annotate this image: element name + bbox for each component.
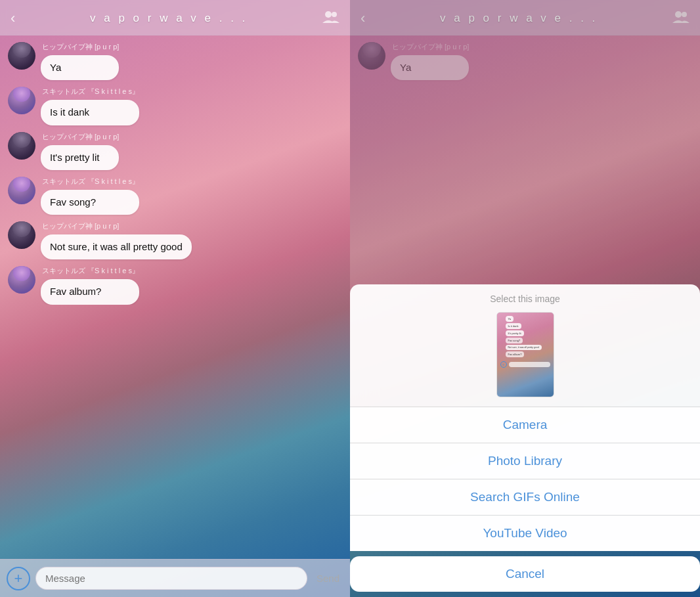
message-block: ヒップバイブ神 [p u r p] Not sure, it was all p… [41, 221, 192, 259]
action-sheet-overlay: Select this image Ya Is it dank It's pre… [350, 0, 700, 597]
camera-button[interactable]: Camera [350, 407, 700, 443]
message-bubble: It's pretty lit [41, 145, 119, 170]
left-message-list: ヒップバイブ神 [p u r p] Ya スキットルズ 『S k i t t l… [8, 42, 342, 305]
table-row: スキットルズ 『S k i t t l e s』 Fav song? [8, 177, 342, 215]
message-bubble: Ya [41, 55, 119, 80]
left-chat-title: v a p o r w a v e . . . [90, 12, 248, 25]
message-block: スキットルズ 『S k i t t l e s』 Fav song? [41, 177, 139, 215]
search-gifs-button[interactable]: Search GIFs Online [350, 479, 700, 515]
send-button[interactable]: Send [313, 570, 343, 586]
mini-bubble: It's pretty lit [506, 330, 524, 336]
message-block: ヒップバイブ神 [p u r p] It's pretty lit [41, 132, 119, 170]
message-bubble: Fav song? [41, 190, 139, 215]
avatar [8, 177, 35, 204]
left-panel: ‹ v a p o r w a v e . . . ヒップバイブ神 [p u r… [0, 0, 350, 597]
message-bubble: Fav album? [41, 279, 139, 304]
table-row: スキットルズ 『S k i t t l e s』 Is it dank [8, 87, 342, 125]
avatar [8, 221, 35, 249]
message-bubble: Is it dank [41, 100, 139, 125]
table-row: ヒップバイブ神 [p u r p] Ya [8, 42, 342, 80]
avatar [8, 132, 35, 160]
left-group-icon[interactable] [322, 10, 339, 26]
cancel-sheet: Cancel [350, 556, 700, 592]
sender-name: スキットルズ 『S k i t t l e s』 [41, 266, 139, 276]
sender-name: ヒップバイブ神 [p u r p] [41, 132, 119, 142]
mini-screenshot: Ya Is it dank It's pretty lit Fav song? … [497, 313, 554, 397]
message-block: スキットルズ 『S k i t t l e s』 Is it dank [41, 87, 139, 125]
message-block: ヒップバイブ神 [p u r p] Ya [41, 42, 119, 80]
sender-name: ヒップバイブ神 [p u r p] [41, 221, 192, 231]
message-block: スキットルズ 『S k i t t l e s』 Fav album? [41, 266, 139, 304]
avatar [8, 87, 35, 114]
table-row: ヒップバイブ神 [p u r p] It's pretty lit [8, 132, 342, 170]
table-row: ヒップバイブ神 [p u r p] Not sure, it was all p… [8, 221, 342, 259]
photo-library-button[interactable]: Photo Library [350, 443, 700, 479]
cancel-button[interactable]: Cancel [350, 556, 700, 592]
avatar [8, 266, 35, 294]
add-media-button[interactable]: + [7, 567, 30, 590]
left-bottom-bar: + Send [0, 559, 350, 597]
table-row: スキットルズ 『S k i t t l e s』 Fav album? [8, 266, 342, 304]
right-panel: ‹ v a p o r w a v e . . . ヒップバイブ神 [p u r… [350, 0, 700, 597]
action-sheet-image-preview[interactable]: Ya Is it dank It's pretty lit Fav song? … [496, 312, 554, 397]
sender-name: ヒップバイブ神 [p u r p] [41, 42, 119, 52]
mini-bubble: Is it dank [506, 323, 521, 329]
message-bubble: Not sure, it was all pretty good [41, 234, 192, 259]
mini-bubble: Ya [506, 316, 514, 322]
sender-name: スキットルズ 『S k i t t l e s』 [41, 177, 139, 187]
svg-point-1 [332, 12, 337, 17]
youtube-video-button[interactable]: YouTube Video [350, 516, 700, 551]
left-back-button[interactable]: ‹ [11, 10, 15, 27]
action-sheet-title: Select this image [361, 294, 689, 304]
action-sheet-header: Select this image Ya Is it dank It's pre… [350, 284, 700, 407]
svg-point-0 [325, 11, 332, 18]
action-sheet: Select this image Ya Is it dank It's pre… [350, 284, 700, 551]
sender-name: スキットルズ 『S k i t t l e s』 [41, 87, 139, 97]
avatar [8, 42, 35, 70]
left-chat-area: ヒップバイブ神 [p u r p] Ya スキットルズ 『S k i t t l… [0, 35, 350, 559]
left-header: ‹ v a p o r w a v e . . . [0, 0, 350, 35]
message-input[interactable] [35, 567, 307, 590]
